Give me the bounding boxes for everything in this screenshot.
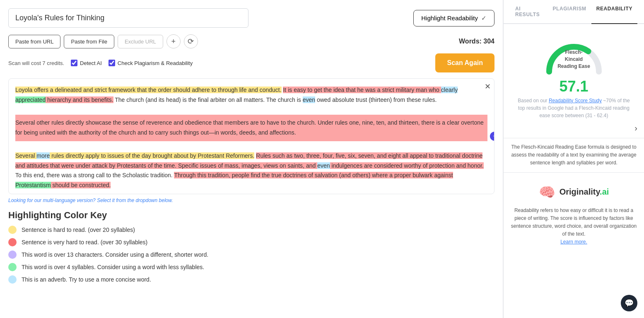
tabs-bar: AI RESULTS PLAGIARISM READABILITY (504, 0, 644, 24)
share-button[interactable]: ⟳ (184, 34, 198, 48)
purple-dot (8, 251, 17, 259)
plagiarism-label: Check Plagiarism & Readability (118, 60, 193, 66)
blue-label: This is an adverb. Try to use a more con… (22, 276, 151, 283)
add-button[interactable]: + (166, 34, 181, 48)
green-dot (8, 263, 17, 271)
highlighted-text: Loyola offers a delineated and strict fr… (15, 85, 487, 190)
color-key-title: Highlighting Color Key (8, 210, 494, 221)
formula-description: The Flesch-Kincaid Reading Ease formula … (504, 143, 644, 167)
document-title[interactable] (8, 8, 248, 28)
learn-more-link[interactable]: Learn more. (560, 239, 587, 245)
chat-bubble[interactable]: 💬 (621, 295, 637, 311)
color-key-list: Sentence is hard to read. (over 20 sylla… (8, 226, 494, 284)
check-icon: ✓ (481, 14, 487, 22)
purple-label: This word is over 13 characters. Conside… (22, 251, 208, 258)
tab-readability[interactable]: READABILITY (591, 0, 637, 24)
color-key-purple: This word is over 13 characters. Conside… (8, 251, 494, 259)
red-label: Sentence is very hard to read. (over 30 … (22, 239, 147, 246)
words-count: Words: 304 (459, 38, 494, 45)
nav-arrow: › (504, 123, 644, 133)
scan-again-button[interactable]: Scan Again (435, 53, 494, 72)
highlight-readability-button[interactable]: Highlight Readability ✓ (413, 10, 494, 26)
logo-text: Originality.ai (560, 187, 609, 197)
tab-plagiarism[interactable]: PLAGIARISM (548, 0, 591, 24)
gauge-center-label: Flesch-KincaidReading Ease (557, 49, 591, 70)
detect-ai-label: Detect AI (80, 60, 102, 66)
highlight-label: Highlight Readability (421, 14, 478, 22)
green-label: This word is over 4 syllables. Consider … (22, 264, 204, 270)
blue-dot (8, 275, 17, 284)
red-dot (8, 238, 17, 246)
text-editor[interactable]: ✕ Loyola offers a delineated and strict … (8, 78, 494, 194)
right-panel: AI RESULTS PLAGIARISM READABILITY Flesch… (503, 0, 644, 318)
add-comment-icon[interactable]: + (490, 132, 494, 141)
tab-ai-results[interactable]: AI RESULTS (510, 0, 548, 24)
color-key-red: Sentence is very hard to read. (over 30 … (8, 238, 494, 246)
plagiarism-checkbox[interactable] (109, 60, 115, 66)
plagiarism-option[interactable]: Check Plagiarism & Readability (109, 60, 193, 66)
score-description: Based on our Readability Score Study ~70… (516, 97, 632, 119)
brain-icon: 🧠 (539, 184, 555, 200)
paste-url-button[interactable]: Paste from URL (8, 35, 60, 48)
logo-section: 🧠 Originality.ai (504, 178, 644, 207)
detect-ai-option[interactable]: Detect AI (71, 60, 102, 66)
originality-description: Readability refers to how easy or diffic… (504, 207, 644, 246)
yellow-dot (8, 226, 17, 234)
paste-file-button[interactable]: Paste from File (64, 35, 114, 48)
color-key-yellow: Sentence is hard to read. (over 20 sylla… (8, 226, 494, 234)
color-key-green: This word is over 4 syllables. Consider … (8, 263, 494, 271)
next-arrow-button[interactable]: › (634, 123, 637, 133)
score-value: 57.1 (559, 78, 588, 95)
yellow-label: Sentence is hard to read. (over 20 sylla… (22, 226, 135, 233)
color-key-blue: This is an adverb. Try to use a more con… (8, 275, 494, 284)
detect-ai-checkbox[interactable] (71, 60, 77, 66)
cost-label: Scan will cost 7 credits. (8, 60, 64, 66)
exclude-url-button[interactable]: Exclude URL (118, 35, 163, 48)
gauge-wrapper: Flesch-KincaidReading Ease (541, 32, 607, 74)
gauge-section: Flesch-KincaidReading Ease 57.1 Based on… (504, 24, 644, 123)
multilang-note: Looking for our multi-language version? … (8, 198, 494, 203)
close-button[interactable]: ✕ (485, 82, 491, 91)
readability-score-link[interactable]: Readability Score Study (549, 98, 602, 104)
